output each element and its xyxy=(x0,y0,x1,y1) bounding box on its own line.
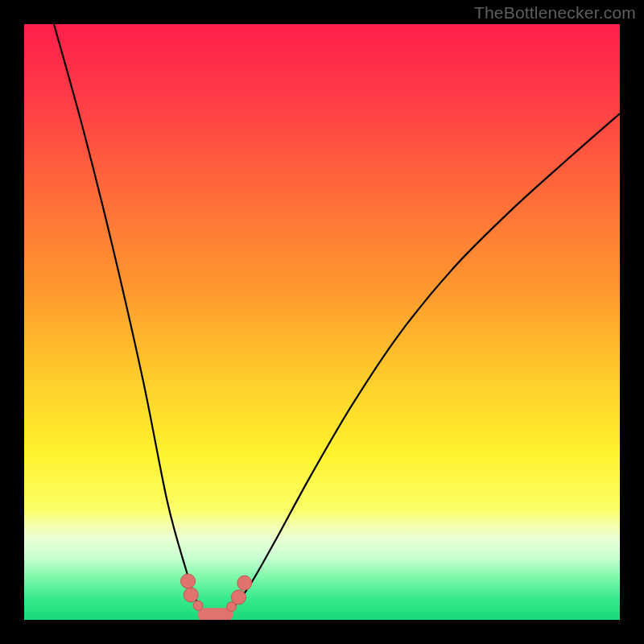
valley-markers xyxy=(181,574,252,614)
marker-dot-small xyxy=(193,601,203,610)
marker-dot xyxy=(237,576,252,590)
chart-svg xyxy=(24,24,620,620)
marker-dot-small xyxy=(227,602,237,612)
watermark-text: TheBottlenecker.com xyxy=(474,3,636,23)
marker-dot xyxy=(181,574,196,588)
plot-area xyxy=(24,24,620,620)
chart-frame: TheBottlenecker.com xyxy=(0,0,644,644)
marker-dot xyxy=(184,588,198,602)
bottleneck-curve xyxy=(54,24,620,618)
